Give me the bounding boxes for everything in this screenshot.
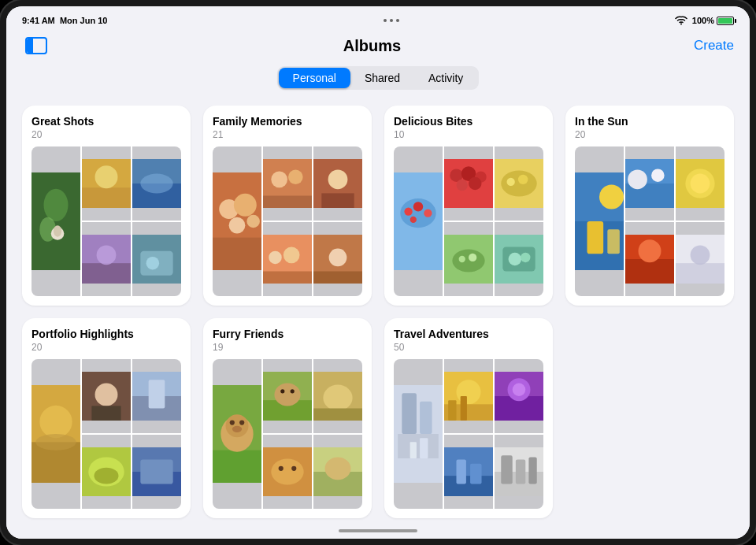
svg-rect-65 xyxy=(587,221,604,254)
svg-rect-89 xyxy=(149,380,165,408)
album-title: Great Shots xyxy=(32,115,181,128)
tab-personal[interactable]: Personal xyxy=(279,68,350,88)
svg-point-42 xyxy=(424,209,432,217)
svg-point-70 xyxy=(651,169,665,182)
tab-activity[interactable]: Activity xyxy=(414,68,477,88)
svg-point-2 xyxy=(44,189,69,221)
dot1 xyxy=(384,19,387,22)
svg-rect-86 xyxy=(91,406,120,421)
svg-rect-119 xyxy=(402,393,417,434)
svg-point-17 xyxy=(146,257,160,270)
album-title: Delicious Bites xyxy=(394,115,543,128)
svg-rect-139 xyxy=(501,455,512,484)
photo-cell xyxy=(32,359,80,509)
photo-cell xyxy=(444,222,493,296)
status-center-dots xyxy=(384,19,399,22)
svg-point-29 xyxy=(328,169,348,189)
dot2 xyxy=(390,19,393,22)
svg-point-5 xyxy=(54,225,61,236)
svg-point-101 xyxy=(239,420,244,425)
album-delicious-bites[interactable]: Delicious Bites 10 xyxy=(384,106,553,306)
photo-cell xyxy=(313,359,362,433)
tab-shared[interactable]: Shared xyxy=(350,68,414,88)
svg-point-11 xyxy=(140,174,172,194)
home-bar xyxy=(339,529,417,532)
album-travel-adventures[interactable]: Travel Adventures 50 xyxy=(384,318,553,518)
svg-rect-75 xyxy=(625,259,674,284)
svg-point-100 xyxy=(230,420,235,425)
albums-scroll[interactable]: Great Shots 20 xyxy=(6,99,750,523)
svg-point-20 xyxy=(234,194,257,217)
wifi-icon xyxy=(675,16,687,25)
svg-point-79 xyxy=(691,245,710,265)
album-count: 20 xyxy=(575,129,724,140)
sidebar-icon-left xyxy=(27,39,33,53)
photo-cell xyxy=(82,435,131,509)
svg-rect-128 xyxy=(461,396,467,421)
svg-point-41 xyxy=(413,202,423,211)
svg-point-53 xyxy=(518,175,528,184)
svg-point-57 xyxy=(469,254,476,261)
sidebar-toggle-button[interactable] xyxy=(22,35,50,57)
svg-rect-120 xyxy=(420,402,432,434)
album-furry-friends[interactable]: Furry Friends 19 xyxy=(203,318,372,518)
svg-point-85 xyxy=(95,383,118,406)
svg-rect-121 xyxy=(398,434,439,458)
battery-icon xyxy=(717,17,734,25)
status-time: 9:41 AM Mon Jun 10 xyxy=(22,16,107,25)
photo-cell xyxy=(313,435,362,509)
photo-cell xyxy=(213,146,261,296)
svg-rect-78 xyxy=(676,263,724,284)
photo-cell xyxy=(132,146,181,221)
svg-point-125 xyxy=(457,380,481,404)
svg-point-99 xyxy=(226,414,249,437)
svg-point-8 xyxy=(95,165,118,188)
status-bar: 9:41 AM Mon Jun 10 100% xyxy=(6,6,750,32)
svg-point-113 xyxy=(279,466,284,471)
photo-cell xyxy=(263,146,312,221)
svg-point-76 xyxy=(639,239,662,262)
photo-cell xyxy=(82,359,131,433)
album-title: Furry Friends xyxy=(213,328,362,340)
album-title: Family Memories xyxy=(213,115,362,128)
svg-point-61 xyxy=(521,253,530,262)
status-right: 100% xyxy=(675,16,734,25)
svg-rect-122 xyxy=(410,442,417,458)
photo-cell xyxy=(394,359,443,509)
svg-point-102 xyxy=(232,426,242,432)
photo-cell xyxy=(495,435,543,509)
album-photos xyxy=(394,359,543,509)
svg-rect-13 xyxy=(82,263,131,284)
svg-point-132 xyxy=(513,383,526,396)
dot3 xyxy=(396,19,399,22)
album-count: 10 xyxy=(394,129,543,140)
photo-cell xyxy=(132,222,181,296)
album-photos xyxy=(394,146,543,296)
svg-point-107 xyxy=(291,389,295,393)
svg-rect-127 xyxy=(448,400,456,421)
photo-cell xyxy=(575,146,624,296)
create-button[interactable]: Create xyxy=(694,38,734,54)
album-photos xyxy=(575,146,724,296)
svg-rect-141 xyxy=(528,457,536,484)
album-great-shots[interactable]: Great Shots 20 xyxy=(22,106,191,306)
svg-rect-97 xyxy=(213,450,261,483)
svg-point-55 xyxy=(452,250,484,272)
svg-point-0 xyxy=(680,24,682,25)
album-in-the-sun[interactable]: In the Sun 20 xyxy=(565,106,734,306)
album-family-memories[interactable]: Family Memories 21 xyxy=(203,106,372,306)
svg-rect-23 xyxy=(213,238,261,270)
svg-point-106 xyxy=(280,389,284,393)
photo-cell xyxy=(444,435,493,509)
album-photos xyxy=(32,146,181,296)
battery: 100% xyxy=(692,16,734,25)
svg-point-36 xyxy=(329,249,347,267)
album-title: Travel Adventures xyxy=(394,328,543,340)
album-count: 20 xyxy=(32,129,181,140)
svg-point-56 xyxy=(459,256,465,262)
svg-point-52 xyxy=(507,178,515,186)
svg-point-69 xyxy=(628,169,647,189)
photo-cell xyxy=(32,146,80,296)
album-portfolio-highlights[interactable]: Portfolio Highlights 20 xyxy=(22,318,191,518)
photo-cell xyxy=(263,435,312,509)
